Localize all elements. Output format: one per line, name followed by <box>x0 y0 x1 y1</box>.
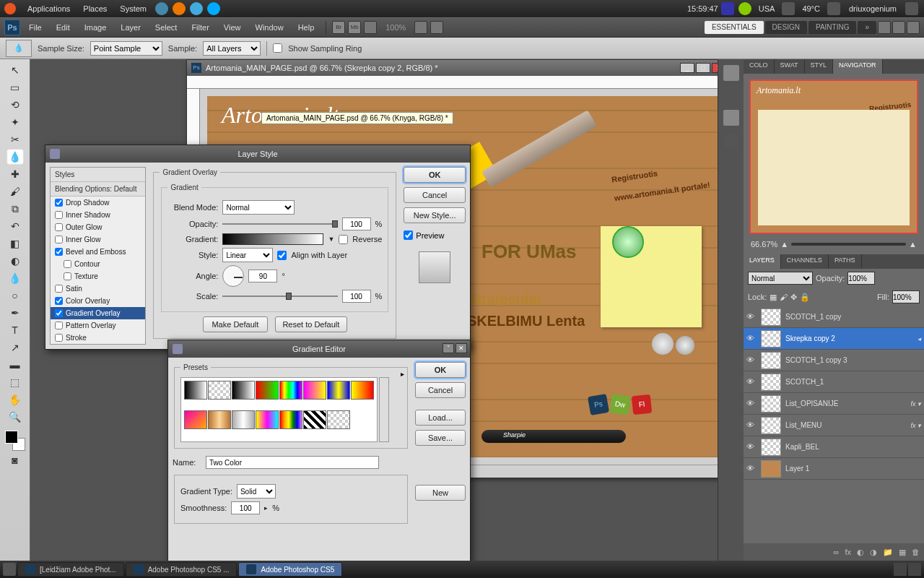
opacity-input[interactable] <box>847 272 875 285</box>
minibridge-icon[interactable]: Mb <box>348 21 361 34</box>
doc-maximize-icon[interactable]: □ <box>696 63 710 73</box>
taskbar-item[interactable]: [Leidžiam Adobe Phot... <box>17 562 124 577</box>
style-checkbox[interactable] <box>64 260 71 268</box>
hand-tool[interactable]: ✋ <box>6 392 24 407</box>
workspace-more[interactable]: » <box>858 21 876 34</box>
style-item[interactable]: Color Overlay <box>51 295 145 307</box>
align-checkbox[interactable] <box>277 251 287 260</box>
taskbar-item[interactable]: Adobe Photoshop CS5 ... <box>126 562 237 577</box>
ls-cancel-button[interactable]: Cancel <box>404 187 466 203</box>
gradient-preset[interactable] <box>256 381 279 400</box>
gradient-preset[interactable] <box>256 410 279 429</box>
make-default-button[interactable]: Make Default <box>203 316 268 332</box>
gradient-preset[interactable] <box>184 381 207 400</box>
brush-tool[interactable]: 🖌 <box>6 184 24 199</box>
ge-min-icon[interactable]: ˅ <box>443 343 454 353</box>
layer-row[interactable]: 👁Kapli_BEL <box>744 436 924 458</box>
zoom-tool[interactable]: 🔍 <box>6 409 24 425</box>
document-titlebar[interactable]: Ps Artomania_MAIN_PAGE.psd @ 66.7% (Skre… <box>187 60 718 76</box>
tab-swatches[interactable]: SWAT <box>775 59 805 74</box>
lock-transparency-icon[interactable]: ▦ <box>770 293 777 302</box>
style-checkbox[interactable] <box>55 334 63 342</box>
gradient-preset[interactable] <box>232 410 255 429</box>
path-tool[interactable]: ↗ <box>6 340 24 355</box>
visibility-icon[interactable]: 👁 <box>746 355 757 366</box>
tab-navigator[interactable]: NAVIGATOR <box>833 59 883 74</box>
eraser-tool[interactable]: ◧ <box>6 236 24 251</box>
trash-icon[interactable] <box>908 563 921 576</box>
bridge-icon[interactable]: Br <box>332 21 345 34</box>
screenmode-icon[interactable] <box>430 21 443 34</box>
fx-badge[interactable]: fx ▾ <box>910 422 921 429</box>
gradient-preset[interactable] <box>232 381 255 400</box>
ge-ok-button[interactable]: OK <box>415 362 466 378</box>
style-item[interactable]: Stroke <box>51 332 145 344</box>
tab-styles[interactable]: STYL <box>805 59 834 74</box>
ls-opacity-input[interactable] <box>342 217 371 230</box>
expand-icon[interactable]: ◂ <box>918 335 921 342</box>
tab-layers[interactable]: LAYERS <box>744 254 781 269</box>
style-item[interactable]: Gradient Overlay <box>51 307 145 319</box>
style-checkbox[interactable] <box>55 199 63 207</box>
layer-row[interactable]: 👁Layer 1 <box>744 458 924 480</box>
preset-grid[interactable] <box>180 377 378 442</box>
3d-tool[interactable]: ⬚ <box>6 374 24 390</box>
gradient-preset[interactable] <box>279 410 302 429</box>
shape-tool[interactable]: ▬ <box>6 357 24 373</box>
visibility-icon[interactable]: 👁 <box>746 442 757 452</box>
chat-icon[interactable] <box>827 2 840 15</box>
gradient-swatch[interactable] <box>222 233 323 245</box>
delete-layer-icon[interactable]: 🗑 <box>912 548 920 556</box>
style-item[interactable]: Texture <box>51 270 145 282</box>
info-panel-icon[interactable] <box>723 133 739 149</box>
firefox-icon[interactable] <box>173 2 186 15</box>
angle-input[interactable] <box>248 269 277 282</box>
show-sampling-ring-checkbox[interactable] <box>273 43 282 53</box>
ls-scale-slider[interactable] <box>222 291 337 301</box>
lock-position-icon[interactable]: ✥ <box>790 293 797 302</box>
ge-save-button[interactable]: Save... <box>415 430 466 446</box>
workspace-painting[interactable]: PAINTING <box>808 21 856 34</box>
power-icon[interactable] <box>905 2 918 15</box>
reset-default-button[interactable]: Reset to Default <box>275 316 347 332</box>
lock-all-icon[interactable]: 🔒 <box>800 293 810 302</box>
style-checkbox[interactable] <box>55 236 63 243</box>
lock-paint-icon[interactable]: 🖌 <box>780 293 788 301</box>
gradient-preset[interactable] <box>327 381 350 400</box>
gradient-editor-titlebar[interactable]: Gradient Editor ˅ ✕ <box>168 340 470 358</box>
adjustment-icon[interactable]: ◑ <box>870 548 877 557</box>
layer-row[interactable]: 👁List_OPISANIJEfx ▾ <box>744 393 924 415</box>
style-item[interactable]: Outer Glow <box>51 221 145 233</box>
history-panel-icon[interactable] <box>723 65 739 81</box>
gradient-preset[interactable] <box>184 410 207 429</box>
blend-mode-select[interactable]: Normal <box>748 272 813 285</box>
skype-icon[interactable] <box>207 2 220 15</box>
quickmask-tool[interactable]: ◙ <box>6 452 24 468</box>
ls-new-style-button[interactable]: New Style... <box>404 207 466 223</box>
eyedropper-tool[interactable]: 💧 <box>6 149 24 165</box>
menu-help[interactable]: Help <box>292 23 321 32</box>
style-checkbox[interactable] <box>55 248 63 256</box>
ls-style-select[interactable]: Linear <box>222 248 273 262</box>
ls-blend-mode-select[interactable]: Normal <box>222 200 295 215</box>
menu-window[interactable]: Window <box>250 23 289 32</box>
tab-color[interactable]: COLO <box>744 59 775 74</box>
layer-row[interactable]: 👁List_MENUfx ▾ <box>744 415 924 436</box>
menu-layer[interactable]: Layer <box>115 23 147 32</box>
gradient-preset[interactable] <box>208 410 231 429</box>
style-checkbox[interactable] <box>55 285 63 293</box>
menu-view[interactable]: View <box>218 23 247 32</box>
move-tool[interactable]: ↖ <box>6 62 24 78</box>
crop-tool[interactable]: ✂ <box>6 131 24 147</box>
pen-tool[interactable]: ✒ <box>6 305 24 321</box>
blending-options-header[interactable]: Blending Options: Default <box>51 182 145 197</box>
swatches-panel-icon[interactable] <box>723 110 739 126</box>
tab-paths[interactable]: PATHS <box>829 254 862 269</box>
clock[interactable]: 15:59:47 <box>687 4 718 13</box>
style-item[interactable]: Pattern Overlay <box>51 319 145 332</box>
ge-cancel-button[interactable]: Cancel <box>415 382 466 398</box>
window-min-icon[interactable] <box>878 21 891 34</box>
style-item[interactable]: Drop Shadow <box>51 197 145 209</box>
ls-opacity-slider[interactable] <box>222 219 337 229</box>
layer-row[interactable]: 👁SCOTCH_1 <box>744 371 924 393</box>
